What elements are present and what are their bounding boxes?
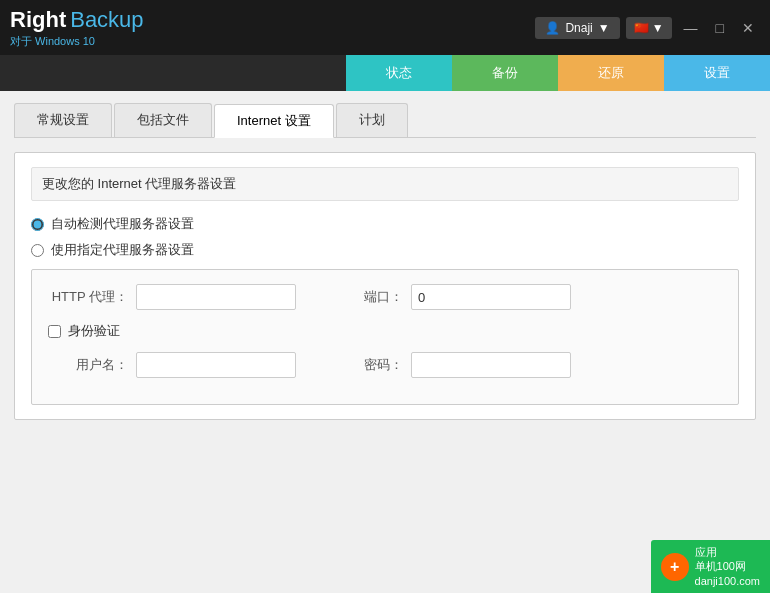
- tab-status[interactable]: 状态: [346, 55, 452, 91]
- radio-auto[interactable]: [31, 218, 44, 231]
- logo-backup: Backup: [70, 7, 143, 33]
- tab-settings[interactable]: 设置: [664, 55, 770, 91]
- subtab-schedule[interactable]: 计划: [336, 103, 408, 137]
- user-name: Dnaji: [565, 21, 592, 35]
- auth-checkbox-row: 身份验证: [48, 322, 722, 340]
- brand-line3: danji100.com: [695, 574, 760, 588]
- minimize-button[interactable]: —: [678, 18, 704, 38]
- subtab-general[interactable]: 常规设置: [14, 103, 112, 137]
- nav-tabs: 状态 备份 还原 设置: [0, 55, 770, 91]
- subtab-include[interactable]: 包括文件: [114, 103, 212, 137]
- brand-line2: 单机100网: [695, 559, 760, 573]
- maximize-button[interactable]: □: [710, 18, 730, 38]
- language-button[interactable]: 🇨🇳 ▼: [626, 17, 672, 39]
- subtab-internet[interactable]: Internet 设置: [214, 104, 334, 138]
- flag-dropdown-icon: ▼: [652, 21, 664, 35]
- sub-tabs: 常规设置 包括文件 Internet 设置 计划: [14, 103, 756, 138]
- brand-text: 应用 单机100网 danji100.com: [695, 545, 760, 588]
- titlebar-controls: 👤 Dnaji ▼ 🇨🇳 ▼ — □ ✕: [535, 17, 760, 39]
- auth-checkbox[interactable]: [48, 325, 61, 338]
- port-input[interactable]: [411, 284, 571, 310]
- logo-subtitle: 对于 Windows 10: [10, 34, 144, 49]
- user-icon: 👤: [545, 21, 560, 35]
- branding-bar: + 应用 单机100网 danji100.com: [651, 540, 770, 593]
- username-input[interactable]: [136, 352, 296, 378]
- app-logo: Right Backup 对于 Windows 10: [10, 7, 144, 49]
- http-proxy-label: HTTP 代理：: [48, 288, 128, 306]
- settings-panel: 更改您的 Internet 代理服务器设置 自动检测代理服务器设置 使用指定代理…: [14, 152, 756, 420]
- password-label: 密码：: [364, 356, 403, 374]
- radio-auto-option[interactable]: 自动检测代理服务器设置: [31, 215, 739, 233]
- auth-label: 身份验证: [68, 322, 120, 340]
- close-button[interactable]: ✕: [736, 18, 760, 38]
- logo-right: Right: [10, 7, 66, 33]
- username-label: 用户名：: [48, 356, 128, 374]
- radio-auto-label: 自动检测代理服务器设置: [51, 215, 194, 233]
- http-proxy-input[interactable]: [136, 284, 296, 310]
- flag-icon: 🇨🇳: [634, 21, 649, 35]
- port-label: 端口：: [364, 288, 403, 306]
- radio-manual[interactable]: [31, 244, 44, 257]
- http-proxy-row: HTTP 代理： 端口：: [48, 284, 722, 310]
- credentials-row: 用户名： 密码：: [48, 352, 722, 378]
- password-input[interactable]: [411, 352, 571, 378]
- main-content: 常规设置 包括文件 Internet 设置 计划 更改您的 Internet 代…: [0, 91, 770, 432]
- brand-plus-icon: +: [670, 558, 679, 576]
- brand-line1: 应用: [695, 545, 760, 559]
- brand-icon: +: [661, 553, 689, 581]
- radio-manual-label: 使用指定代理服务器设置: [51, 241, 194, 259]
- titlebar: Right Backup 对于 Windows 10 👤 Dnaji ▼ 🇨🇳 …: [0, 0, 770, 55]
- tab-restore[interactable]: 还原: [558, 55, 664, 91]
- radio-manual-option[interactable]: 使用指定代理服务器设置: [31, 241, 739, 259]
- tab-backup[interactable]: 备份: [452, 55, 558, 91]
- user-button[interactable]: 👤 Dnaji ▼: [535, 17, 619, 39]
- radio-group: 自动检测代理服务器设置 使用指定代理服务器设置: [31, 215, 739, 259]
- proxy-settings-box: HTTP 代理： 端口： 身份验证 用户名： 密码：: [31, 269, 739, 405]
- user-dropdown-icon: ▼: [598, 21, 610, 35]
- panel-title: 更改您的 Internet 代理服务器设置: [31, 167, 739, 201]
